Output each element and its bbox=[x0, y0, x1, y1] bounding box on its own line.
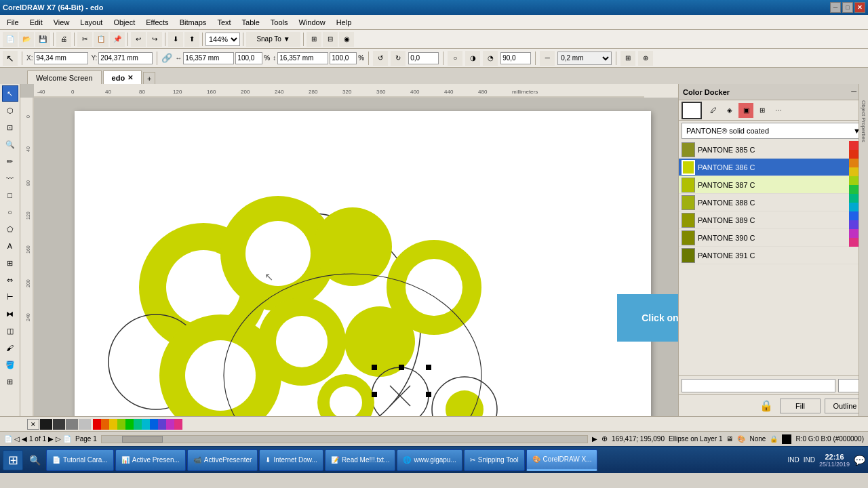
side-color-6[interactable] bbox=[849, 185, 859, 194]
new-button[interactable]: 📄 bbox=[3, 32, 18, 47]
side-color-7[interactable] bbox=[849, 194, 859, 203]
color-bar-darkgray[interactable] bbox=[53, 419, 65, 430]
menu-text[interactable]: Text bbox=[212, 17, 236, 28]
table-tool[interactable]: ⊞ bbox=[2, 255, 18, 271]
next-btn[interactable]: ▶ bbox=[48, 435, 54, 443]
minimize-button[interactable]: ─ bbox=[830, 2, 841, 13]
c-orange[interactable] bbox=[101, 419, 109, 430]
x-input[interactable] bbox=[34, 52, 88, 64]
h-pct-input[interactable] bbox=[330, 52, 357, 64]
tab-add-button[interactable]: + bbox=[143, 72, 155, 84]
node-tool[interactable]: ⬡ bbox=[2, 102, 18, 119]
redo-button[interactable]: ↪ bbox=[147, 32, 162, 47]
side-color-3[interactable] bbox=[849, 159, 859, 167]
ellipse-tool[interactable]: ○ bbox=[2, 204, 18, 220]
start-button[interactable]: ⊞ bbox=[3, 450, 23, 470]
side-color-11[interactable] bbox=[849, 229, 859, 238]
color-mode-btn2[interactable]: ▣ bbox=[738, 103, 753, 118]
snapto-dropdown[interactable]: Snap To ▼ bbox=[246, 32, 300, 47]
color-row-387[interactable]: PANTONE 387 C bbox=[679, 176, 868, 194]
canvas-background[interactable]: ↖ Click on [Custom1] bbox=[34, 98, 678, 416]
zoom-fit-btn[interactable]: ⊕ bbox=[601, 434, 608, 443]
y-input[interactable] bbox=[98, 52, 153, 64]
paste-button[interactable]: 📌 bbox=[110, 32, 125, 47]
color-dropdown[interactable]: PANTONE® solid coated ▼ bbox=[682, 123, 865, 139]
c-cyan[interactable] bbox=[142, 419, 150, 430]
c-yellow[interactable] bbox=[109, 419, 117, 430]
tb-extra1[interactable]: ⊞ bbox=[620, 51, 635, 66]
crop-tool[interactable]: ⊡ bbox=[2, 119, 18, 136]
stroke-width-select[interactable]: 0,2 mm 0,5 mm 1,0 mm bbox=[557, 52, 612, 65]
prev-btn[interactable]: ◀ bbox=[22, 435, 27, 443]
side-color-1[interactable] bbox=[849, 141, 859, 150]
taskbar-gigapu[interactable]: 🌐 www.gigapu... bbox=[397, 449, 462, 471]
menu-layout[interactable]: Layout bbox=[75, 17, 108, 28]
color-preview-square[interactable] bbox=[682, 102, 702, 119]
rect-tool[interactable]: □ bbox=[2, 187, 18, 203]
color-bar-black[interactable] bbox=[40, 419, 52, 430]
side-color-10[interactable] bbox=[849, 220, 859, 229]
color-bar-lgray[interactable] bbox=[79, 419, 91, 430]
tb-btn-2[interactable]: ⊟ bbox=[323, 32, 338, 47]
w-pct-input[interactable] bbox=[235, 52, 262, 64]
color-row-389[interactable]: PANTONE 389 C bbox=[679, 211, 868, 229]
import-button[interactable]: ⬇ bbox=[168, 32, 183, 47]
w-input[interactable] bbox=[183, 52, 234, 64]
c-pink[interactable] bbox=[174, 419, 182, 430]
search-button[interactable]: 🔍 bbox=[24, 450, 45, 470]
taskbar-snipping[interactable]: ✂ Snipping Tool bbox=[464, 449, 525, 471]
menu-table[interactable]: Table bbox=[237, 17, 265, 28]
tab-close-icon[interactable]: ✕ bbox=[127, 74, 133, 81]
color-mode-btn1[interactable]: ◈ bbox=[722, 103, 737, 118]
c-teal[interactable] bbox=[134, 419, 142, 430]
connector-tool[interactable]: ⊢ bbox=[2, 289, 18, 305]
export-button[interactable]: ⬆ bbox=[184, 32, 199, 47]
tab-welcome[interactable]: Welcome Screen bbox=[27, 70, 102, 84]
color-bar-x[interactable]: ✕ bbox=[27, 419, 39, 430]
rotate-btn[interactable]: ↺ bbox=[373, 51, 388, 66]
c-red[interactable] bbox=[93, 419, 101, 430]
arc-btn[interactable]: ◑ bbox=[465, 51, 480, 66]
taskbar-activepres1[interactable]: 📊 Active Presen... bbox=[115, 449, 186, 471]
color-row-385[interactable]: PANTONE 385 C bbox=[679, 141, 868, 159]
fill-tool[interactable]: 🪣 bbox=[2, 357, 18, 373]
polygon-tool[interactable]: ⬠ bbox=[2, 221, 18, 237]
scroll-right-btn[interactable]: ▶ bbox=[592, 435, 597, 443]
color-row-391[interactable]: PANTONE 391 C bbox=[679, 247, 868, 264]
next-page-btn[interactable]: ▷ bbox=[56, 435, 61, 443]
copy-button[interactable]: 📋 bbox=[94, 32, 108, 47]
menu-bitmaps[interactable]: Bitmaps bbox=[174, 17, 212, 28]
zoom-level-select[interactable]: 144% 100% 200% bbox=[205, 33, 240, 46]
menu-tools[interactable]: Tools bbox=[265, 17, 294, 28]
hscroll-thumb[interactable] bbox=[122, 436, 163, 443]
eyedropper-btn[interactable]: 🖊 bbox=[706, 103, 721, 118]
taskbar-readme[interactable]: 📝 Read Me!!!.txt... bbox=[325, 449, 396, 471]
color-text-input[interactable] bbox=[682, 379, 835, 392]
undo-button[interactable]: ↩ bbox=[131, 32, 146, 47]
menu-window[interactable]: Window bbox=[294, 17, 331, 28]
side-color-12[interactable] bbox=[849, 238, 859, 247]
tab-edo[interactable]: edo ✕ bbox=[103, 70, 142, 84]
ellipse-btn[interactable]: ○ bbox=[448, 51, 462, 66]
blend-tool[interactable]: ⧓ bbox=[2, 306, 18, 322]
print-button[interactable]: 🖨 bbox=[56, 32, 71, 47]
c-purple[interactable] bbox=[158, 419, 166, 430]
c-blue[interactable] bbox=[150, 419, 158, 430]
close-button[interactable]: ✕ bbox=[854, 2, 865, 13]
zoom-tool[interactable]: 🔍 bbox=[2, 136, 18, 152]
notification-btn[interactable]: 💬 bbox=[854, 455, 865, 466]
open-button[interactable]: 📂 bbox=[19, 32, 34, 47]
maximize-button[interactable]: □ bbox=[842, 2, 853, 13]
parallel-dim-tool[interactable]: ⇔ bbox=[2, 272, 18, 288]
menu-file[interactable]: File bbox=[1, 17, 24, 28]
smartdraw-tool[interactable]: 〰 bbox=[2, 170, 18, 186]
tb-extra2[interactable]: ⊕ bbox=[638, 51, 653, 66]
side-color-9[interactable] bbox=[849, 211, 859, 220]
taskbar-tutorial[interactable]: 📄 Tutorial Cara... bbox=[46, 449, 114, 471]
menu-object[interactable]: Object bbox=[108, 17, 140, 28]
text-tool[interactable]: A bbox=[2, 238, 18, 254]
c-violet[interactable] bbox=[166, 419, 174, 430]
lang-indicator[interactable]: IND bbox=[787, 456, 799, 464]
rotate-ccw-btn[interactable]: ↻ bbox=[391, 51, 406, 66]
select-tool[interactable]: ↖ bbox=[2, 85, 18, 102]
